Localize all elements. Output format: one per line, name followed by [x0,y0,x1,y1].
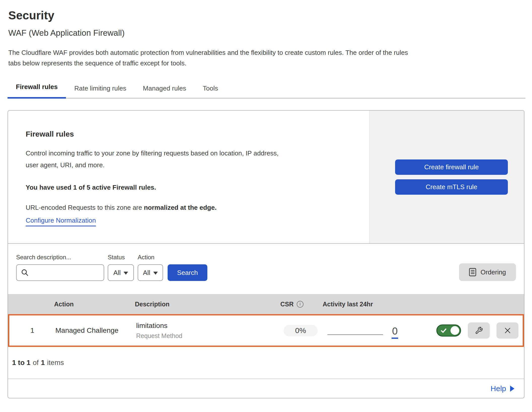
search-description-label: Search description... [16,254,108,261]
card-description: Control incoming traffic to your zone by… [26,147,352,171]
normalization-text: URL-encoded Requests to this zone are no… [26,204,352,212]
status-field: Status All [108,254,138,281]
activity-count-link[interactable]: 0 [392,325,398,339]
status-label: Status [108,254,138,261]
tab-firewall-rules[interactable]: Firewall rules [8,83,66,99]
firewall-rules-card: Firewall rules Control incoming traffic … [8,110,524,244]
action-label: Action [138,254,168,261]
normalization-prefix: URL-encoded Requests to this zone are [26,204,144,211]
action-field: Action All [138,254,168,281]
edit-rule-button[interactable] [468,322,490,339]
search-button[interactable]: Search [168,264,207,281]
items-total: 1 [41,359,45,366]
header-action: Action [54,301,127,308]
search-input[interactable] [16,264,104,281]
search-icon [21,268,29,277]
rule-action: Managed Challenge [55,326,128,335]
search-text-input[interactable] [32,269,117,277]
wrench-icon [475,326,483,335]
check-icon [440,327,447,334]
rules-list-card: Search description... Status All [8,244,524,398]
card-description-line1: Control incoming traffic to your zone by… [26,149,279,157]
rule-description-sub: Request Method [136,332,273,340]
configure-normalization-link[interactable]: Configure Normalization [26,217,96,226]
header-csr: CSR i [272,301,320,308]
info-icon[interactable]: i [297,301,303,308]
filter-bar: Search description... Status All [8,244,524,294]
waf-security-page: Security WAF (Web Application Firewall) … [0,0,532,412]
rule-csr-cell: 0% [273,325,321,336]
status-select-value: All [113,269,121,277]
items-range: 1 to 1 [12,359,30,366]
table-header: Action Description CSR i Activity last 2… [8,294,524,314]
card-description-line2: user agent, URI, and more. [26,161,105,169]
header-description: Description [127,301,272,308]
header-csr-label: CSR [280,301,294,308]
help-row: Help [8,379,524,398]
page-header: Security WAF (Web Application Firewall) … [0,0,532,68]
action-select[interactable]: All [138,264,163,281]
tab-tools[interactable]: Tools [195,85,226,99]
tab-rate-limiting-rules[interactable]: Rate limiting rules [66,85,135,99]
csr-badge: 0% [284,325,318,336]
rule-enabled-toggle[interactable] [436,324,461,337]
activity-sparkline [327,334,383,335]
page-description-line2: tabs below represents the sequence of tr… [8,59,186,67]
actions-panel: Create firewall rule Create mTLS rule [369,111,524,243]
create-firewall-rule-button[interactable]: Create firewall rule [395,159,508,175]
page-subtitle: WAF (Web Application Firewall) [8,28,524,38]
ordering-button[interactable]: Ordering [459,263,516,281]
rule-description: limitations [136,322,273,330]
items-word: items [47,359,64,367]
rule-description-cell: limitations Request Method [128,322,273,340]
ordering-button-label: Ordering [480,268,506,276]
close-icon [504,326,512,335]
tab-managed-rules[interactable]: Managed rules [135,85,195,99]
rule-activity-cell: 0 [321,324,414,337]
items-of: of [33,359,39,367]
delete-rule-button[interactable] [497,322,518,339]
rule-number: 1 [9,326,55,335]
tab-bar: Firewall rules Rate limiting rules Manag… [8,83,525,99]
normalization-bold: normalized at the edge. [144,204,217,211]
items-count: 1 to 1 of 1 items [8,347,524,379]
page-description-line1: The Cloudflare WAF provides both automat… [8,49,408,56]
page-title: Security [8,9,524,22]
chevron-down-icon [124,272,128,275]
help-arrow-icon [510,386,514,392]
help-label: Help [490,384,506,393]
firewall-rules-card-content: Firewall rules Control incoming traffic … [8,111,369,243]
rules-table: Action Description CSR i Activity last 2… [8,294,524,347]
action-select-value: All [143,269,150,277]
create-mtls-rule-button[interactable]: Create mTLS rule [395,179,508,195]
page-description: The Cloudflare WAF provides both automat… [8,47,524,68]
header-activity: Activity last 24hr [320,301,413,308]
search-field: Search description... [16,254,108,281]
help-link[interactable]: Help [490,384,514,393]
toggle-knob [450,326,460,336]
chevron-down-icon [153,272,158,275]
ordering-icon [469,268,476,276]
firewall-rule-row: 1 Managed Challenge limitations Request … [8,314,524,347]
status-select[interactable]: All [108,264,134,281]
usage-text: You have used 1 of 5 active Firewall rul… [26,184,352,191]
rule-controls [414,322,523,339]
card-heading: Firewall rules [26,130,352,138]
